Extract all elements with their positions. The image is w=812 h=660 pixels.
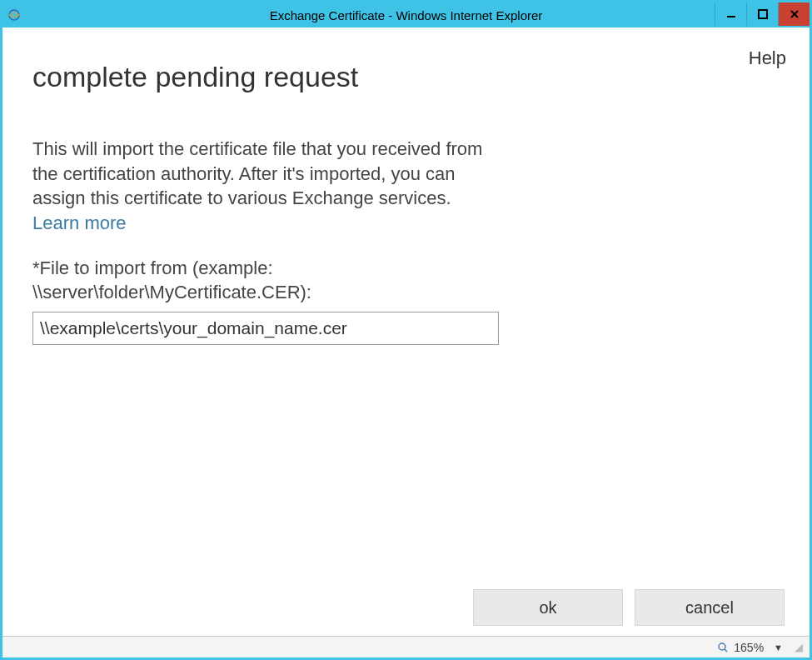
zoom-dropdown-icon[interactable]: ▼: [774, 642, 783, 652]
window-title: Exchange Certificate - Windows Internet …: [270, 8, 543, 22]
svg-rect-1: [727, 16, 735, 18]
learn-more-link[interactable]: Learn more: [32, 212, 127, 233]
content-area: Help complete pending request This will …: [2, 28, 810, 636]
svg-line-6: [725, 649, 727, 652]
ok-button[interactable]: ok: [473, 589, 623, 626]
file-path-input[interactable]: [32, 312, 499, 345]
window-frame: Exchange Certificate - Windows Internet …: [0, 0, 812, 660]
svg-rect-2: [759, 10, 767, 18]
close-button[interactable]: [778, 2, 810, 26]
svg-point-0: [9, 10, 19, 20]
button-row: ok cancel: [473, 589, 785, 626]
titlebar[interactable]: Exchange Certificate - Windows Internet …: [2, 2, 810, 28]
ie-icon: [7, 8, 21, 22]
description-text: This will import the certificate file th…: [32, 137, 499, 236]
resize-grip-icon[interactable]: ◢: [795, 641, 803, 653]
zoom-icon[interactable]: [717, 642, 729, 653]
page-title: complete pending request: [32, 61, 780, 93]
cancel-button[interactable]: cancel: [635, 589, 785, 626]
minimize-button[interactable]: [715, 2, 746, 26]
window-controls: [715, 2, 810, 26]
svg-point-5: [719, 643, 725, 650]
description-body: This will import the certificate file th…: [32, 138, 482, 208]
help-link[interactable]: Help: [749, 48, 786, 69]
maximize-button[interactable]: [746, 2, 778, 26]
file-import-label: *File to import from (example: \\server\…: [32, 256, 499, 305]
zoom-level[interactable]: 165%: [734, 641, 764, 654]
statusbar: 165% ▼ ◢: [2, 636, 810, 658]
